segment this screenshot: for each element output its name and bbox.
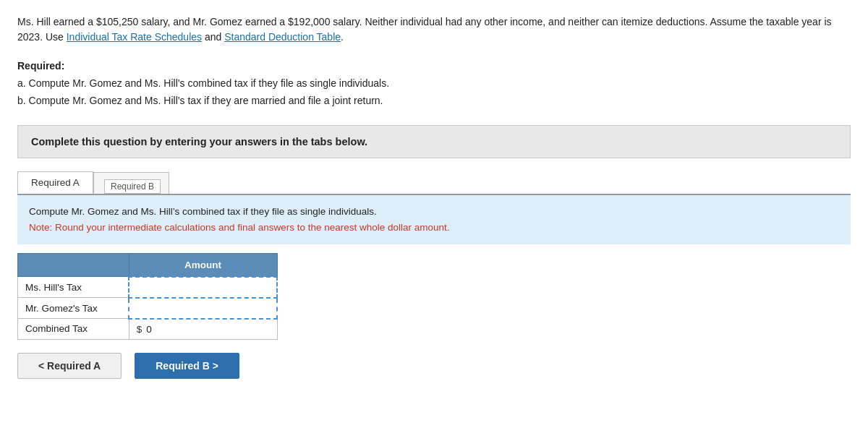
intro-text-between: and — [202, 31, 224, 43]
required-part-b: b. Compute Mr. Gomez and Ms. Hill’s tax … — [17, 95, 383, 106]
table-row: Combined Tax $ 0 — [18, 319, 278, 340]
tabs-container: Required A Required B Required B Compute… — [17, 171, 851, 378]
col-header-amount: Amount — [129, 253, 277, 277]
tab-required-a[interactable]: Required A — [17, 171, 93, 194]
instruction-box: Complete this question by entering your … — [17, 125, 851, 158]
ms-hill-amount-cell — [129, 277, 277, 298]
intro-text-end: . — [341, 31, 344, 43]
required-part-a: a. Compute Mr. Gomez and Ms. Hill’s comb… — [17, 77, 389, 89]
prev-button[interactable]: < Required A — [17, 353, 122, 379]
tab-desc-main: Compute Mr. Gomez and Ms. Hill’s combine… — [29, 206, 377, 217]
required-section: Required: a. Compute Mr. Gomez and Ms. H… — [17, 58, 851, 109]
gomez-amount-cell — [129, 298, 277, 319]
next-button-label: Required B > — [156, 360, 218, 372]
table-row: Mr. Gomez's Tax — [18, 298, 278, 319]
tab-desc-note: Note: Round your intermediate calculatio… — [29, 222, 450, 233]
col-header-label — [18, 253, 129, 277]
amount-table: Amount Ms. Hill's Tax Mr. Gomez's Tax — [17, 253, 278, 340]
gomez-label: Mr. Gomez's Tax — [18, 298, 129, 319]
combined-amount-cell: $ 0 — [129, 319, 277, 340]
ms-hill-label: Ms. Hill's Tax — [18, 277, 129, 298]
combined-label: Combined Tax — [18, 319, 129, 340]
instruction-text: Complete this question by entering your … — [31, 136, 367, 147]
buttons-row: < Required A Required B > — [17, 353, 851, 379]
tab-description: Compute Mr. Gomez and Ms. Hill’s combine… — [17, 195, 851, 244]
intro-paragraph: Ms. Hill earned a $105,250 salary, and M… — [17, 14, 851, 45]
link-tax-rate[interactable]: Individual Tax Rate Schedules — [67, 31, 202, 43]
combined-amount-value: 0 — [146, 324, 152, 335]
required-label: Required: — [17, 60, 64, 72]
tab-content-area: Required B Compute Mr. Gomez and Ms. Hil… — [17, 194, 851, 378]
table-row: Ms. Hill's Tax — [18, 277, 278, 298]
tab-a-label: Required A — [31, 177, 80, 188]
tab-tooltip: Required B — [104, 179, 161, 194]
combined-dollar-row: $ 0 — [137, 324, 267, 335]
gomez-input[interactable] — [137, 303, 266, 314]
next-button[interactable]: Required B > — [135, 353, 239, 379]
data-table-wrapper: Amount Ms. Hill's Tax Mr. Gomez's Tax — [17, 253, 851, 340]
prev-button-label: < Required A — [38, 360, 101, 372]
ms-hill-input[interactable] — [137, 282, 266, 293]
dollar-sign: $ — [137, 324, 142, 335]
link-deduction-table[interactable]: Standard Deduction Table — [224, 31, 341, 43]
